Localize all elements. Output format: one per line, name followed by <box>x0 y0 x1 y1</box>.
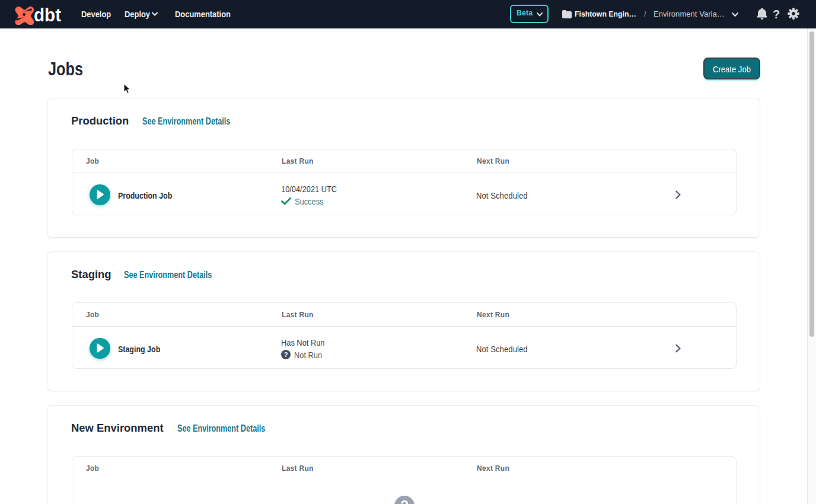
svg-text:?: ? <box>284 351 288 358</box>
